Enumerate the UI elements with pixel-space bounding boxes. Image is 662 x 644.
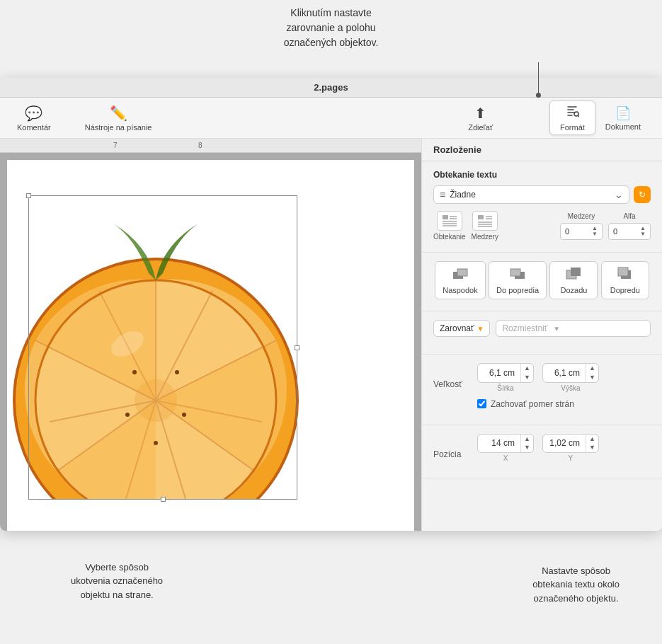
wrap-type-dropdown[interactable]: ≡ Žiadne ⌄: [433, 185, 629, 204]
svg-rect-30: [478, 215, 484, 219]
x-input[interactable]: 14 cm ▲ ▼: [477, 434, 534, 454]
doc-area: 7 8: [0, 139, 421, 531]
window-title: 2.pages: [8, 82, 654, 93]
x-stepper[interactable]: ▲ ▼: [520, 435, 533, 453]
doc-page[interactable]: [7, 160, 414, 531]
wrap-option-medzery[interactable]: Medzery: [472, 211, 498, 241]
height-stepper[interactable]: ▲ ▼: [586, 364, 598, 382]
wrap-medzery-label: Medzery: [472, 233, 498, 241]
size-section: Veľkosť 6,1 cm ▲ ▼ Šírka 6: [422, 355, 662, 425]
width-field-group: 6,1 cm ▲ ▼ Šírka: [477, 363, 534, 392]
toolbar-format-button[interactable]: Formát: [549, 100, 595, 135]
y-up[interactable]: ▲: [586, 435, 598, 444]
height-field-group: 6,1 cm ▲ ▼ Výška: [542, 363, 599, 392]
layer-row: Naspodok Do popredia: [433, 261, 651, 299]
layer-dozadu-button[interactable]: Dozadu: [549, 261, 598, 299]
titlebar: 2.pages: [0, 78, 662, 98]
aspect-ratio-row: Zachovať pomer strán: [477, 399, 651, 409]
toolbar-right: Formát 📄 Dokument: [549, 100, 651, 135]
content-area: 7 8: [0, 139, 662, 531]
align-row: Zarovnať ▼ Rozmiestniť ▼: [433, 320, 651, 337]
wrap-option-obtekanie[interactable]: Obtekanie: [433, 211, 466, 241]
height-down[interactable]: ▼: [586, 373, 598, 382]
toolbar-document-label: Dokument: [605, 122, 641, 131]
svg-rect-37: [457, 269, 467, 276]
layer-section: Naspodok Do popredia: [422, 253, 662, 311]
layer-dopopredia-button[interactable]: Do popredia: [489, 261, 547, 299]
y-sublabel: Y: [569, 454, 573, 462]
layer-naspodok-button[interactable]: Naspodok: [435, 261, 486, 299]
x-down[interactable]: ▼: [521, 443, 533, 452]
wrap-type-label: Žiadne: [450, 190, 476, 200]
dopopredia-label: Do popredia: [496, 286, 539, 294]
selection-handle-bm[interactable]: [161, 497, 166, 502]
dozadu-icon: [565, 266, 582, 283]
medzery-down[interactable]: ▼: [592, 231, 598, 237]
y-input[interactable]: 1,02 cm ▲ ▼: [542, 434, 599, 454]
dozadu-label: Dozadu: [560, 286, 587, 294]
selection-handle-mr[interactable]: [295, 345, 299, 350]
alfa-stepper-group: Alfa 0 ▲ ▼: [608, 212, 651, 240]
position-field-row: Pozícia 14 cm ▲ ▼ X 1,02 c: [433, 434, 651, 463]
medzery-stepper-label: Medzery: [568, 212, 595, 220]
aspect-ratio-label: Zachovať pomer strán: [491, 399, 574, 409]
width-stepper[interactable]: ▲ ▼: [520, 364, 533, 382]
y-down[interactable]: ▼: [586, 443, 598, 452]
x-value: 14 cm: [478, 435, 520, 451]
x-field-group: 14 cm ▲ ▼ X: [477, 434, 534, 463]
width-down[interactable]: ▼: [521, 373, 533, 382]
toolbar: 💬 Komentár ✏️ Nástroje na písanie ⬆ Zdie…: [0, 98, 662, 139]
right-panel: Rozloženie Obtekanie textu ≡ Žiadne ⌄ ↻: [421, 139, 662, 531]
layer-dopredu-button[interactable]: Dopredu: [601, 261, 649, 299]
wrap-obtekanie-label: Obtekanie: [433, 233, 466, 241]
toolbar-item-comment[interactable]: 💬 Komentár: [11, 102, 57, 134]
ruler: 7 8: [0, 139, 421, 153]
naspodok-label: Naspodok: [443, 286, 478, 294]
wrap-section-title: Obtekanie textu: [433, 170, 651, 180]
medzery-stepper-input[interactable]: 0 ▲ ▼: [560, 223, 603, 240]
svg-rect-39: [510, 269, 520, 276]
comment-icon: 💬: [25, 105, 42, 122]
callout-bottom-right: Nastavte spôsob obtekania textu okolo oz…: [532, 564, 620, 606]
distribute-label: Rozmiestniť: [502, 323, 547, 333]
dopredu-label: Dopredu: [610, 286, 640, 294]
alfa-stepper-input[interactable]: 0 ▲ ▼: [608, 223, 651, 240]
toolbar-comment-label: Komentár: [17, 123, 51, 132]
toolbar-item-writing-tools[interactable]: ✏️ Nástroje na písanie: [79, 102, 158, 134]
toolbar-item-share[interactable]: ⬆ Zdieľať: [462, 102, 498, 134]
wrap-type-icon: ≡: [440, 189, 445, 200]
callout-top: Kliknutím nastavte zarovnanie a polohu o…: [0, 0, 662, 50]
share-icon: ⬆: [474, 105, 486, 122]
alfa-arrows[interactable]: ▲ ▼: [640, 226, 646, 237]
wrap-section: Obtekanie textu ≡ Žiadne ⌄ ↻: [422, 161, 662, 253]
height-sublabel: Výška: [561, 384, 580, 392]
medzery-value: 0: [565, 227, 569, 236]
distribute-dropdown[interactable]: Rozmiestniť ▼: [496, 320, 651, 337]
aspect-ratio-checkbox[interactable]: [477, 399, 486, 408]
height-input[interactable]: 6,1 cm ▲ ▼: [542, 363, 599, 383]
svg-rect-24: [443, 215, 448, 219]
wrap-options-row: Obtekanie: [433, 211, 651, 241]
size-label: Veľkosť: [433, 379, 469, 392]
y-stepper[interactable]: ▲ ▼: [586, 435, 598, 453]
wrap-select-row: ≡ Žiadne ⌄ ↻: [433, 185, 651, 204]
svg-rect-43: [618, 268, 628, 276]
panel-section-title: Rozloženie: [433, 144, 481, 155]
document-icon: 📄: [615, 105, 631, 121]
width-input[interactable]: 6,1 cm ▲ ▼: [477, 363, 534, 383]
width-sublabel: Šírka: [497, 384, 513, 392]
align-dropdown[interactable]: Zarovnať ▼: [433, 320, 490, 337]
x-up[interactable]: ▲: [521, 435, 533, 444]
selection-handle-tl[interactable]: [26, 193, 31, 198]
height-up[interactable]: ▲: [586, 364, 598, 373]
panel-section-header: Rozloženie: [422, 139, 662, 161]
ruler-mark-8: 8: [198, 142, 202, 149]
distribute-arrow: ▼: [553, 325, 560, 333]
alfa-down[interactable]: ▼: [640, 231, 646, 237]
medzery-arrows[interactable]: ▲ ▼: [592, 226, 598, 237]
width-up[interactable]: ▲: [521, 364, 533, 373]
position-section: Pozícia 14 cm ▲ ▼ X 1,02 c: [422, 425, 662, 479]
toolbar-document-button[interactable]: 📄 Dokument: [595, 103, 651, 134]
wrap-refresh-icon: ↻: [639, 190, 646, 200]
wrap-orange-button[interactable]: ↻: [634, 186, 651, 203]
